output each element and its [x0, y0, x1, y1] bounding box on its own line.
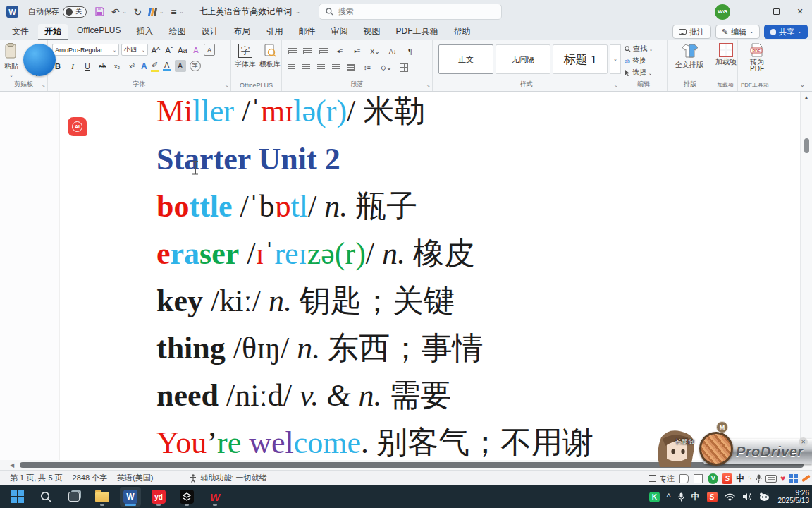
align-left-icon[interactable] — [288, 64, 295, 71]
ime-mic-icon[interactable] — [756, 474, 762, 483]
paragraph-dialog-launcher-icon[interactable]: ↘ — [426, 83, 430, 89]
ime-skin-icon[interactable]: ♥ — [780, 473, 785, 483]
ai-assistant-button[interactable]: AI — [68, 117, 87, 136]
character-shading-button[interactable]: A — [175, 60, 186, 72]
ime-panda-icon[interactable] — [759, 492, 770, 501]
tab-布局[interactable]: 布局 — [227, 24, 257, 40]
redo-icon[interactable]: ↻ — [134, 7, 142, 17]
borders-icon[interactable] — [400, 64, 408, 72]
underline-button[interactable]: U — [82, 60, 93, 72]
tab-视图[interactable]: 视图 — [357, 24, 386, 40]
font-size-combo[interactable]: 小四⌄ — [121, 44, 148, 56]
editing-mode-button[interactable]: ✎ 编辑 ⌄ — [715, 25, 760, 39]
read-mode-icon[interactable] — [679, 474, 689, 483]
highlight-button[interactable]: ✐ — [151, 61, 159, 72]
task-view-button[interactable] — [63, 487, 85, 507]
tray-mic-icon[interactable] — [678, 492, 684, 502]
superscript-button[interactable]: x² — [126, 60, 137, 72]
font-name-combo[interactable]: ArnoPro-Regular⌄ — [52, 44, 119, 56]
numbered-list-icon[interactable] — [303, 48, 312, 54]
doc-line[interactable]: need /niːd/ v. & n. 需要 — [156, 377, 451, 414]
taskbar-capcut-button[interactable] — [176, 487, 197, 507]
pens-icon[interactable] — [148, 8, 158, 16]
styles-gallery-more-icon[interactable]: ⌄ — [610, 44, 621, 74]
autosave-toggle[interactable]: 关 — [63, 6, 87, 18]
start-button[interactable] — [7, 487, 28, 507]
ime-punctuation-icon[interactable]: ’· — [748, 475, 752, 483]
search-input[interactable]: 搜索 — [319, 4, 502, 20]
find-button[interactable]: 查找⌄ — [625, 44, 653, 54]
sogou-input-icon[interactable]: S — [722, 473, 732, 484]
asian-layout-icon[interactable]: X⌄ — [369, 45, 381, 57]
convert-pdf-button[interactable]: PDF 转为 PDF — [742, 43, 772, 73]
doc-line[interactable]: key /kiː/ n. 钥匙；关键 — [156, 283, 455, 320]
clipboard-dialog-launcher-icon[interactable]: ↘ — [41, 83, 45, 89]
tab-文件[interactable]: 文件 — [6, 24, 35, 40]
subscript-button[interactable]: x₂ — [111, 60, 123, 72]
bullet-list-icon[interactable] — [288, 48, 297, 54]
style-normal[interactable]: 正文 — [438, 44, 493, 74]
multilevel-list-icon[interactable] — [319, 48, 328, 54]
tray-expand-icon[interactable]: ^ — [667, 492, 671, 502]
overlay-close-icon[interactable]: ✕ — [799, 437, 808, 447]
speaker-icon[interactable] — [742, 492, 752, 501]
close-button[interactable]: ✕ — [788, 0, 812, 23]
v-assist-icon[interactable]: V — [708, 473, 718, 484]
doc-line[interactable]: eraser /ɪˈreɪzə(r)/ n. 橡皮 — [156, 236, 475, 272]
file-explorer-button[interactable] — [92, 487, 113, 507]
tab-引用[interactable]: 引用 — [259, 24, 289, 40]
paragraph-mark-icon[interactable]: ¶ — [405, 45, 416, 57]
grow-font-button[interactable]: A^ — [150, 44, 161, 56]
taskbar-clock[interactable]: 9:26 2025/5/13 — [778, 489, 810, 504]
touch-mode-icon[interactable]: ≡ — [171, 7, 176, 17]
taskbar-search-button[interactable] — [35, 487, 56, 507]
full-typeset-button[interactable]: 全文排版 — [675, 43, 703, 70]
accessibility-status[interactable]: 辅助功能: 一切就绪 — [190, 473, 266, 483]
tab-PDF工具箱[interactable]: PDF工具箱 — [389, 24, 444, 40]
tab-插入[interactable]: 插入 — [130, 24, 159, 40]
shrink-font-button[interactable]: Aˇ — [164, 44, 175, 56]
touch-mode-dropdown-icon[interactable]: ⌄ — [179, 9, 183, 15]
replace-button[interactable]: ab 替换 — [625, 56, 653, 66]
tray-sogou-icon[interactable]: S — [707, 492, 718, 502]
vertical-scrollbar[interactable]: ▲ — [800, 92, 812, 462]
doc-line[interactable]: Miller /ˈmɪlə(r)/ 米勒 — [156, 93, 425, 130]
comments-button[interactable]: 批注 — [672, 25, 711, 39]
change-case-button[interactable]: Aa — [177, 44, 188, 56]
increase-indent-icon[interactable]: ▸≡ — [352, 45, 363, 57]
document-title[interactable]: 七上英语音节高效记单词 ⌄ — [199, 6, 300, 18]
scroll-left-arrow-icon[interactable]: ◀ — [10, 462, 14, 468]
tray-ime-mode-icon[interactable]: 中 — [691, 491, 700, 503]
word-app-icon[interactable]: W — [6, 6, 18, 18]
pens-dropdown-icon[interactable]: ⌄ — [159, 9, 164, 15]
taskbar-word-button[interactable]: W — [120, 487, 141, 507]
style-no-spacing[interactable]: 无间隔 — [496, 44, 550, 74]
sort-icon[interactable]: A↓ — [387, 45, 398, 57]
ime-keyboard-icon[interactable] — [765, 475, 777, 483]
doc-line[interactable]: Starter Unit 2 — [156, 141, 340, 178]
tab-OfficePLUS[interactable]: OfficePLUS — [70, 24, 127, 40]
styles-dialog-launcher-icon[interactable]: ↘ — [613, 83, 617, 89]
scroll-up-arrow-icon[interactable]: ▲ — [804, 95, 809, 101]
maximize-button[interactable] — [764, 0, 788, 23]
align-right-icon[interactable] — [317, 64, 325, 71]
shading-icon[interactable]: ◇⌄ — [380, 61, 393, 73]
word-count[interactable]: 2848 个字 — [73, 473, 108, 483]
strikethrough-button[interactable]: ab — [97, 60, 108, 72]
save-icon[interactable] — [95, 7, 104, 16]
doc-line[interactable]: thing /θɪŋ/ n. 东西；事情 — [156, 330, 483, 367]
collapse-ribbon-icon[interactable]: ⌄ — [799, 81, 805, 88]
minimize-button[interactable]: — — [740, 0, 764, 23]
wifi-icon[interactable] — [725, 493, 735, 501]
font-color-button[interactable]: A — [163, 61, 171, 71]
decrease-indent-icon[interactable]: ◂≡ — [334, 45, 345, 57]
undo-dropdown-icon[interactable]: ⌄ — [123, 9, 127, 15]
distribute-icon[interactable] — [347, 64, 355, 71]
tab-绘图[interactable]: 绘图 — [162, 24, 192, 40]
taskbar-youdao-button[interactable]: yd — [148, 487, 169, 507]
undo-icon[interactable]: ↶ — [111, 7, 120, 17]
ime-brush-icon[interactable] — [801, 475, 811, 483]
line-spacing-icon[interactable]: ↕≡ — [362, 61, 373, 73]
addins-button[interactable]: 加载项 — [715, 43, 737, 66]
template-library-button[interactable]: 模板库 — [259, 44, 281, 69]
